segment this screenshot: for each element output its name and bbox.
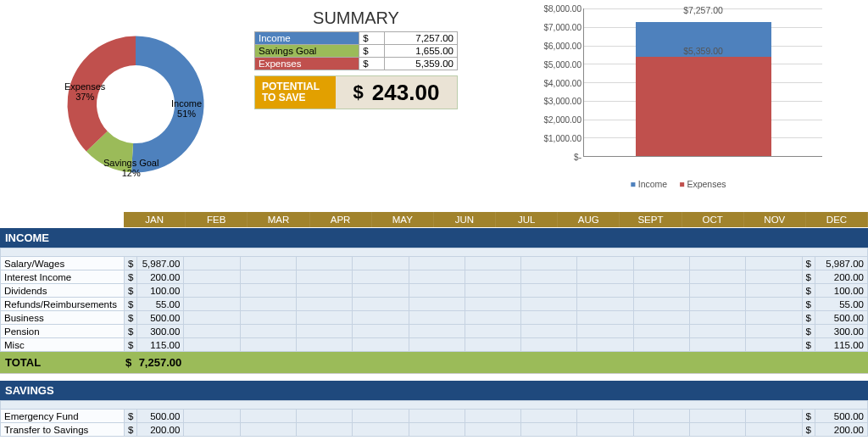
summary-title: SUMMARY (254, 8, 458, 28)
table-row: Emergency Fund $ 500.00 $ 500.00 (1, 410, 868, 423)
donut-savings-label: Savings Goal12% (103, 158, 159, 178)
month-dec[interactable]: DEC (806, 212, 868, 227)
month-sep[interactable]: SEPT (620, 212, 682, 227)
donut-income-label: Income51% (171, 98, 202, 119)
potential-to-save: POTENTIAL TO SAVE $ 243.00 (254, 75, 458, 109)
donut-expenses-label: Expenses37% (64, 81, 105, 102)
month-feb[interactable]: FEB (186, 212, 248, 227)
month-apr[interactable]: APR (310, 212, 372, 227)
bar-expenses (636, 57, 771, 156)
savings-table: Emergency Fund $ 500.00 $ 500.00 Transfe… (0, 400, 868, 437)
bar-mid-label: $5,359.00 (584, 46, 822, 56)
month-header-row: JAN FEB MAR APR MAY JUN JUL AUG SEPT OCT… (0, 212, 868, 227)
month-aug[interactable]: AUG (558, 212, 620, 227)
summary-table-block: SUMMARY Income $ 7,257.00 Savings Goal $… (254, 8, 458, 207)
bar-chart: $8,000.00 $7,000.00 $6,000.00 $5,000.00 … (475, 8, 868, 207)
month-mar[interactable]: MAR (248, 212, 309, 227)
table-row: Transfer to Savings $ 200.00 $ 200.00 (1, 423, 868, 437)
table-row: Misc $ 115.00 $ 115.00 (1, 338, 868, 352)
income-table: Salary/Wages $ 5,987.00 $ 5,987.00 Inter… (0, 248, 868, 352)
bar-legend: Income Expenses (630, 179, 726, 189)
summary-table: Income $ 7,257.00 Savings Goal $ 1,655.0… (254, 31, 458, 70)
table-row: Business $ 500.00 $ 500.00 (1, 311, 868, 325)
month-jan[interactable]: JAN (124, 212, 186, 227)
table-row: Salary/Wages $ 5,987.00 $ 5,987.00 (1, 257, 868, 270)
table-row: Dividends $ 100.00 $ 100.00 (1, 284, 868, 298)
donut-chart: Income51% Savings Goal12% Expenses37% (34, 7, 237, 202)
month-jun[interactable]: JUN (434, 212, 496, 227)
summary-panel: Income51% Savings Goal12% Expenses37% SU… (0, 0, 868, 212)
summary-expenses-label: Expenses (255, 58, 359, 70)
bar-top-label: $7,257.00 (584, 5, 822, 15)
month-jul[interactable]: JUL (496, 212, 558, 227)
table-row: Refunds/Reimbursements $ 55.00 $ 55.00 (1, 298, 868, 311)
table-row: Pension $ 300.00 $ 300.00 (1, 325, 868, 338)
table-row: Interest Income $ 200.00 $ 200.00 (1, 270, 868, 284)
month-oct[interactable]: OCT (682, 212, 744, 227)
savings-section-header: SAVINGS (0, 380, 868, 400)
income-total-row: TOTAL $ 7,257.00 (0, 352, 868, 373)
month-may[interactable]: MAY (372, 212, 434, 227)
summary-income-label: Income (255, 32, 359, 45)
income-section-header: INCOME (0, 227, 868, 248)
summary-savings-label: Savings Goal (255, 45, 359, 58)
month-nov[interactable]: NOV (744, 212, 806, 227)
